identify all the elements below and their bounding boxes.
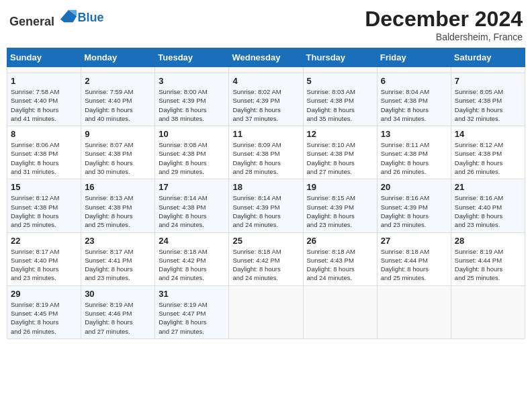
day-header-saturday: Saturday: [451, 48, 525, 67]
calendar-week-row: 8Sunrise: 8:06 AM Sunset: 4:38 PM Daylig…: [7, 126, 525, 179]
cell-content: Sunrise: 8:18 AM Sunset: 4:42 PM Dayligh…: [159, 247, 225, 283]
calendar-cell: 22Sunrise: 8:17 AM Sunset: 4:40 PM Dayli…: [7, 232, 81, 285]
day-number: 8: [11, 129, 77, 139]
cell-content: Sunrise: 8:00 AM Sunset: 4:39 PM Dayligh…: [159, 87, 225, 123]
calendar-week-row: 1Sunrise: 7:58 AM Sunset: 4:40 PM Daylig…: [7, 73, 525, 126]
calendar-cell: 23Sunrise: 8:17 AM Sunset: 4:41 PM Dayli…: [81, 232, 155, 285]
cell-content: Sunrise: 8:19 AM Sunset: 4:45 PM Dayligh…: [11, 300, 77, 336]
cell-content: Sunrise: 8:14 AM Sunset: 4:38 PM Dayligh…: [159, 193, 225, 229]
day-number: 24: [159, 236, 225, 246]
day-number: 4: [232, 76, 299, 86]
day-header-sunday: Sunday: [7, 48, 81, 67]
cell-content: Sunrise: 7:58 AM Sunset: 4:40 PM Dayligh…: [11, 87, 77, 123]
calendar-cell: 13Sunrise: 8:11 AM Sunset: 4:38 PM Dayli…: [377, 126, 451, 179]
logo-icon: [59, 7, 78, 26]
location-label: Baldersheim, France: [365, 32, 523, 42]
title-area: December 2024 Baldersheim, France: [365, 7, 523, 42]
cell-content: Sunrise: 8:19 AM Sunset: 4:47 PM Dayligh…: [159, 300, 225, 336]
cell-content: Sunrise: 8:18 AM Sunset: 4:43 PM Dayligh…: [307, 247, 373, 283]
day-number: 17: [159, 182, 225, 192]
day-number: 15: [11, 182, 77, 192]
calendar-cell: 30Sunrise: 8:19 AM Sunset: 4:46 PM Dayli…: [81, 285, 155, 338]
calendar-week-row: 29Sunrise: 8:19 AM Sunset: 4:45 PM Dayli…: [7, 285, 525, 338]
calendar-header-row: SundayMondayTuesdayWednesdayThursdayFrid…: [7, 48, 525, 67]
calendar-cell: 12Sunrise: 8:10 AM Sunset: 4:38 PM Dayli…: [303, 126, 377, 179]
cell-content: Sunrise: 8:02 AM Sunset: 4:39 PM Dayligh…: [232, 87, 299, 123]
calendar-cell: 20Sunrise: 8:16 AM Sunset: 4:39 PM Dayli…: [377, 179, 451, 232]
calendar-cell: 19Sunrise: 8:15 AM Sunset: 4:39 PM Dayli…: [303, 179, 377, 232]
day-number: 9: [85, 129, 151, 139]
day-number: 26: [307, 236, 373, 246]
cell-content: Sunrise: 8:11 AM Sunset: 4:38 PM Dayligh…: [381, 140, 447, 176]
calendar-cell: 18Sunrise: 8:14 AM Sunset: 4:39 PM Dayli…: [229, 179, 303, 232]
day-number: 25: [232, 236, 299, 246]
calendar-cell: 3Sunrise: 8:00 AM Sunset: 4:39 PM Daylig…: [155, 73, 229, 126]
cell-content: Sunrise: 8:12 AM Sunset: 4:38 PM Dayligh…: [11, 193, 77, 229]
calendar-cell: 6Sunrise: 8:04 AM Sunset: 4:38 PM Daylig…: [377, 73, 451, 126]
calendar-table: SundayMondayTuesdayWednesdayThursdayFrid…: [7, 48, 525, 339]
cell-content: Sunrise: 8:06 AM Sunset: 4:38 PM Dayligh…: [11, 140, 77, 176]
calendar-cell: 7Sunrise: 8:05 AM Sunset: 4:38 PM Daylig…: [451, 73, 525, 126]
calendar-cell: [303, 285, 377, 338]
cell-content: Sunrise: 8:19 AM Sunset: 4:44 PM Dayligh…: [455, 247, 521, 283]
calendar-cell: 24Sunrise: 8:18 AM Sunset: 4:42 PM Dayli…: [155, 232, 229, 285]
cell-content: Sunrise: 8:15 AM Sunset: 4:39 PM Dayligh…: [307, 193, 373, 229]
logo-general-text: General: [9, 15, 54, 28]
calendar-cell: 28Sunrise: 8:19 AM Sunset: 4:44 PM Dayli…: [451, 232, 525, 285]
cell-content: Sunrise: 8:18 AM Sunset: 4:44 PM Dayligh…: [381, 247, 447, 283]
day-number: 19: [307, 182, 373, 192]
calendar-cell: 8Sunrise: 8:06 AM Sunset: 4:38 PM Daylig…: [7, 126, 81, 179]
calendar-week-row: 22Sunrise: 8:17 AM Sunset: 4:40 PM Dayli…: [7, 232, 525, 285]
day-number: 12: [307, 129, 373, 139]
cell-content: Sunrise: 8:04 AM Sunset: 4:38 PM Dayligh…: [381, 87, 447, 123]
calendar-cell: [7, 67, 81, 73]
calendar-cell: 11Sunrise: 8:09 AM Sunset: 4:38 PM Dayli…: [229, 126, 303, 179]
day-header-wednesday: Wednesday: [229, 48, 303, 67]
calendar-week-row: 15Sunrise: 8:12 AM Sunset: 4:38 PM Dayli…: [7, 179, 525, 232]
cell-content: Sunrise: 8:16 AM Sunset: 4:39 PM Dayligh…: [381, 193, 447, 229]
calendar-cell: [377, 285, 451, 338]
calendar-cell: [229, 67, 303, 73]
cell-content: Sunrise: 8:08 AM Sunset: 4:38 PM Dayligh…: [159, 140, 225, 176]
calendar-cell: 9Sunrise: 8:07 AM Sunset: 4:38 PM Daylig…: [81, 126, 155, 179]
cell-content: Sunrise: 8:09 AM Sunset: 4:38 PM Dayligh…: [232, 140, 299, 176]
day-header-monday: Monday: [81, 48, 155, 67]
calendar-week-row: [7, 67, 525, 73]
calendar-cell: [377, 67, 451, 73]
day-number: 5: [307, 76, 373, 86]
logo-blue-text: Blue: [78, 11, 104, 24]
day-number: 21: [455, 182, 521, 192]
calendar-cell: [451, 67, 525, 73]
day-number: 28: [455, 236, 521, 246]
day-number: 3: [159, 76, 225, 86]
cell-content: Sunrise: 8:18 AM Sunset: 4:42 PM Dayligh…: [232, 247, 299, 283]
logo: General Blue: [9, 7, 104, 29]
day-number: 20: [381, 182, 447, 192]
calendar-cell: 14Sunrise: 8:12 AM Sunset: 4:38 PM Dayli…: [451, 126, 525, 179]
day-number: 10: [159, 129, 225, 139]
cell-content: Sunrise: 8:05 AM Sunset: 4:38 PM Dayligh…: [455, 87, 521, 123]
calendar-cell: 1Sunrise: 7:58 AM Sunset: 4:40 PM Daylig…: [7, 73, 81, 126]
calendar-cell: 4Sunrise: 8:02 AM Sunset: 4:39 PM Daylig…: [229, 73, 303, 126]
cell-content: Sunrise: 8:17 AM Sunset: 4:40 PM Dayligh…: [11, 247, 77, 283]
day-number: 30: [85, 289, 151, 299]
calendar-cell: 15Sunrise: 8:12 AM Sunset: 4:38 PM Dayli…: [7, 179, 81, 232]
calendar-cell: [303, 67, 377, 73]
cell-content: Sunrise: 8:19 AM Sunset: 4:46 PM Dayligh…: [85, 300, 151, 336]
calendar-cell: [229, 285, 303, 338]
calendar-cell: [81, 67, 155, 73]
calendar-cell: 16Sunrise: 8:13 AM Sunset: 4:38 PM Dayli…: [81, 179, 155, 232]
day-header-thursday: Thursday: [303, 48, 377, 67]
calendar-cell: [451, 285, 525, 338]
cell-content: Sunrise: 7:59 AM Sunset: 4:40 PM Dayligh…: [85, 87, 151, 123]
calendar-cell: 25Sunrise: 8:18 AM Sunset: 4:42 PM Dayli…: [229, 232, 303, 285]
day-number: 22: [11, 236, 77, 246]
calendar-cell: 17Sunrise: 8:14 AM Sunset: 4:38 PM Dayli…: [155, 179, 229, 232]
day-header-friday: Friday: [377, 48, 451, 67]
day-number: 18: [232, 182, 299, 192]
cell-content: Sunrise: 8:14 AM Sunset: 4:39 PM Dayligh…: [232, 193, 299, 229]
day-number: 31: [159, 289, 225, 299]
calendar-cell: [155, 67, 229, 73]
day-number: 1: [11, 76, 77, 86]
cell-content: Sunrise: 8:07 AM Sunset: 4:38 PM Dayligh…: [85, 140, 151, 176]
